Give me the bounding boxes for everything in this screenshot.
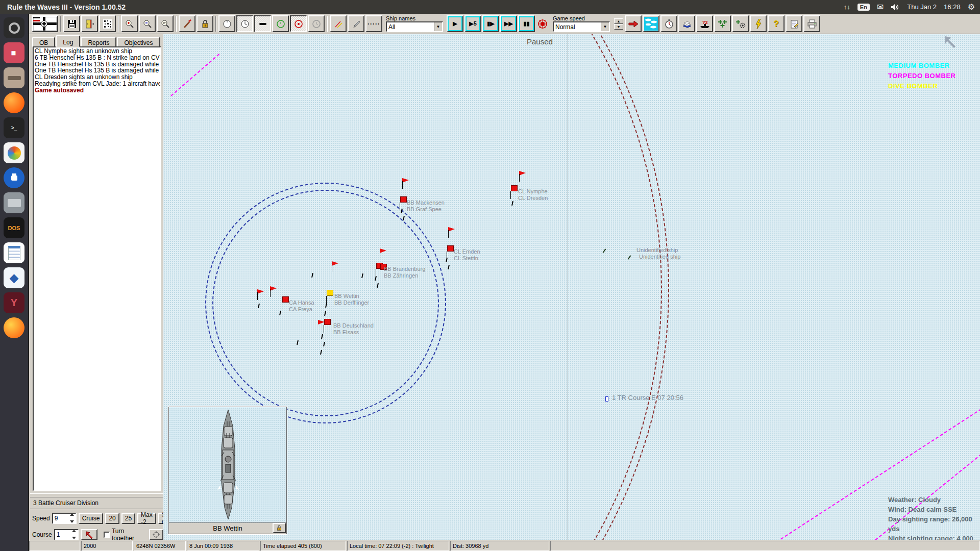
dropdown-arrow-icon[interactable]: ▼ xyxy=(434,22,442,31)
air-strikes-button[interactable] xyxy=(714,15,731,32)
tab-log[interactable]: Log xyxy=(56,35,80,47)
enemy-ship-info-button[interactable]: ?2 xyxy=(696,15,713,32)
spin-up-button[interactable]: ▲ xyxy=(614,18,623,24)
aircraft-settings-button[interactable] xyxy=(732,15,749,32)
zoom-out-button[interactable] xyxy=(139,15,156,32)
status-local-time: Local time: 07 22:09 (-2) : Twilight xyxy=(347,541,449,551)
dock-icon-wine[interactable]: Y xyxy=(4,292,24,313)
flag-pennant-marker[interactable] xyxy=(270,286,277,291)
green-circle-button[interactable] xyxy=(272,15,289,32)
dock-icon-terminal[interactable]: >_ xyxy=(4,117,24,138)
cruise-button[interactable]: Cruise xyxy=(79,513,104,524)
dock-icon-text-editor[interactable] xyxy=(4,242,24,263)
log-line-autosave: Game autosaved xyxy=(35,87,160,94)
ship-flag-marker[interactable] xyxy=(400,196,407,203)
circle-tick-icon xyxy=(223,19,232,29)
selected-ship-flag-marker[interactable] xyxy=(327,290,333,296)
formation-target-button[interactable] xyxy=(149,529,163,540)
advance-button[interactable] xyxy=(625,15,642,32)
range-circle-button[interactable] xyxy=(218,15,235,32)
ship-flag-marker[interactable] xyxy=(447,245,454,252)
course-spinbox[interactable]: 1 xyxy=(54,529,79,540)
lightning-button[interactable] xyxy=(750,15,767,32)
dock-icon-launcher[interactable]: ▦ xyxy=(4,42,24,63)
dock-icon-firefox[interactable] xyxy=(4,92,24,113)
dock-icon-dosbox[interactable]: DOS xyxy=(4,217,24,238)
ship-flag-marker[interactable] xyxy=(282,296,289,303)
red-target-button[interactable] xyxy=(290,15,307,32)
magnifier-plus-icon xyxy=(125,19,134,29)
keyboard-layout-indicator[interactable]: En xyxy=(857,4,870,11)
settings-gear-icon[interactable]: ⚙ xyxy=(968,2,975,12)
dock-icon-archive[interactable] xyxy=(4,67,24,88)
planes-icon xyxy=(717,19,728,29)
clock-date[interactable]: Thu Jan 2 xyxy=(907,3,937,11)
fleet-overview-button[interactable] xyxy=(99,15,116,32)
dock-icon-software-center[interactable] xyxy=(4,142,24,163)
dock-icon-firefox-2[interactable] xyxy=(4,317,24,338)
ship-flag-marker[interactable] xyxy=(511,185,518,191)
print-button[interactable] xyxy=(803,15,820,32)
flag-pennant-marker[interactable] xyxy=(332,261,338,266)
gray-circle-button[interactable] xyxy=(308,15,325,32)
dock-icon-settings[interactable] xyxy=(4,17,24,38)
speed-25-button[interactable]: 25 xyxy=(121,513,135,524)
time-circle-button[interactable] xyxy=(236,15,253,32)
bearing-lines-button[interactable] xyxy=(330,15,347,32)
transport-marker[interactable] xyxy=(605,396,608,402)
pencil-button[interactable] xyxy=(348,15,364,32)
flag-pennant-marker[interactable] xyxy=(257,289,264,294)
dock-icon-virtualbox[interactable]: ◆ xyxy=(4,267,24,288)
max-minus-2-button[interactable]: Max -2 xyxy=(137,513,156,524)
play-button[interactable]: ▶ xyxy=(447,15,463,32)
log-list[interactable]: CL Nymphe sights an unknown ship 6 TB He… xyxy=(33,46,161,491)
zoom-fit-button[interactable] xyxy=(157,15,174,32)
flag-pole xyxy=(376,269,376,277)
exit-button[interactable] xyxy=(81,15,98,32)
help-button[interactable]: ? xyxy=(768,15,785,32)
pause-button[interactable]: ▮▮ xyxy=(518,15,535,32)
step-button[interactable]: ▮▶ xyxy=(482,15,499,32)
view-lock-button[interactable] xyxy=(273,523,286,533)
report-button[interactable] xyxy=(786,15,802,32)
network-arrows-icon[interactable]: ↑↓ xyxy=(844,3,850,11)
dropdown-arrow-icon[interactable]: ▼ xyxy=(601,22,609,31)
volume-icon[interactable] xyxy=(891,4,900,11)
mail-icon[interactable]: ✉ xyxy=(877,2,884,12)
log-book-button[interactable] xyxy=(678,15,695,32)
play-5-button[interactable]: ▶5 xyxy=(464,15,481,32)
tab-reports[interactable]: Reports xyxy=(81,37,116,47)
dots-button[interactable]: ····· xyxy=(365,15,382,32)
lock-formation-button[interactable] xyxy=(197,15,213,32)
flag-pennant-marker[interactable] xyxy=(402,178,409,183)
turn-together-checkbox[interactable] xyxy=(104,532,109,538)
draw-course-button[interactable] xyxy=(179,15,195,32)
clock-time[interactable]: 16:28 xyxy=(944,3,961,11)
green-ring-icon xyxy=(276,19,285,29)
course-dash-button[interactable] xyxy=(254,15,271,32)
flag-pole xyxy=(448,230,449,238)
weather-button[interactable] xyxy=(643,15,659,32)
ship-detail-panel[interactable]: BB Wettin xyxy=(168,407,287,534)
speed-20-button[interactable]: 20 xyxy=(105,513,119,524)
tab-ob[interactable]: OB xyxy=(32,37,55,47)
speed-spinbox[interactable]: 9 xyxy=(52,513,77,524)
dock-icon-passwords[interactable] xyxy=(4,167,24,188)
spin-down-button[interactable]: ▼ xyxy=(614,24,623,30)
flag-pennant-marker[interactable] xyxy=(519,171,526,176)
save-button[interactable] xyxy=(63,15,80,32)
dock-icon-file-manager[interactable] xyxy=(4,192,24,213)
set-course-button[interactable] xyxy=(81,529,98,540)
fast-forward-button[interactable]: ▶▶ xyxy=(500,15,517,32)
ship-flag-marker[interactable] xyxy=(324,319,331,325)
nation-flag-button[interactable] xyxy=(32,15,58,32)
tactical-map[interactable]: Paused MEDIUM BOMBER TORPEDO BOMBER DIVE… xyxy=(163,34,980,540)
zoom-in-button[interactable] xyxy=(121,15,138,32)
ship-names-dropdown[interactable]: All ▼ xyxy=(386,21,443,32)
game-speed-dropdown[interactable]: Normal ▼ xyxy=(553,21,610,32)
tab-objectives[interactable]: Objectives xyxy=(117,37,160,47)
desktop-top-bar: Rule the Waves III - Version 1.00.52 ↑↓ … xyxy=(0,0,980,14)
flag-pennant-marker[interactable] xyxy=(448,227,455,232)
flag-pennant-marker[interactable] xyxy=(380,248,386,253)
stopwatch-button[interactable] xyxy=(660,15,677,32)
